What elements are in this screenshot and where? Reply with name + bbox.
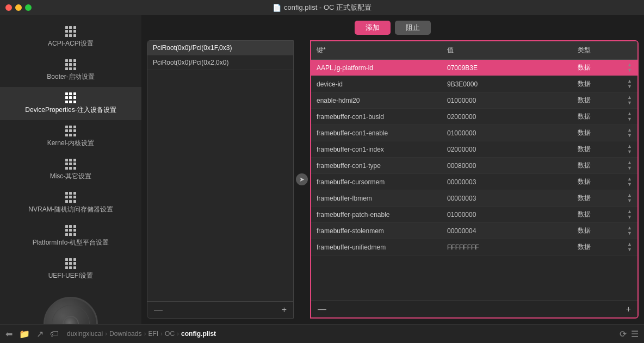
block-button[interactable]: 阻止 [395,21,431,35]
stepper-up[interactable]: ▲ [627,144,632,149]
value-stepper[interactable]: ▲▼ [627,144,632,154]
value-stepper[interactable]: ▲▼ [627,242,632,252]
breadcrumb-item[interactable]: duxingxiucai [67,330,103,338]
value-stepper[interactable]: ▲▼ [627,193,632,203]
stepper-down[interactable]: ▼ [627,198,632,203]
sidebar-item-label: ACPI-ACPI设置 [48,39,94,48]
stepper-up[interactable]: ▲ [627,209,632,214]
td-value: 00000003 [442,192,572,205]
stepper-down[interactable]: ▼ [627,149,632,154]
toolbar: 添加 阻止 [147,21,639,35]
stepper-up[interactable]: ▲ [627,193,632,198]
type-label: 数据 [578,145,591,154]
stepper-down[interactable]: ▼ [627,231,632,236]
td-key: device-id [311,78,442,91]
value-stepper[interactable]: ▲▼ [627,226,632,236]
table-body: AAPL,ig-platform-id07009B3E数据▲▼device-id… [311,60,637,301]
stepper-down[interactable]: ▼ [627,215,632,220]
table-row[interactable]: framebuffer-con1-type00080000数据▲▼ [311,158,637,174]
stepper-down[interactable]: ▼ [627,166,632,171]
sidebar-item-misc[interactable]: Misc-其它设置 [0,153,141,186]
table-row[interactable]: framebuffer-fbmem00000003数据▲▼ [311,190,637,207]
td-value: 01000000 [442,127,572,140]
arrow-container: ➤ [294,40,310,319]
list-icon[interactable]: ☰ [631,329,639,339]
stepper-down[interactable]: ▼ [627,84,632,89]
sidebar-item-deviceproperties[interactable]: DeviceProperties-注入设备设置 [0,87,141,120]
table-row[interactable]: device-id9B3E0000数据▲▼ [311,76,637,92]
maximize-button[interactable] [25,4,32,11]
breadcrumb-item[interactable]: EFI [148,330,158,338]
close-button[interactable] [5,4,12,11]
value-stepper[interactable]: ▲▼ [627,160,632,171]
td-type: 数据▲▼ [572,125,637,141]
stepper-up[interactable]: ▲ [627,160,632,165]
left-plus-button[interactable]: + [280,304,289,316]
value-stepper[interactable]: ▲▼ [627,177,632,187]
td-key: framebuffer-con1-type [311,159,442,172]
value-stepper[interactable]: ▲▼ [627,111,632,122]
grid-icon [65,192,76,203]
td-type: 数据▲▼ [572,109,637,124]
stepper-up[interactable]: ▲ [627,111,632,116]
left-panel-footer: — + [147,301,293,318]
tag-icon[interactable]: 🏷 [50,329,59,339]
sidebar-item-platforminfo[interactable]: PlatformInfo-机型平台设置 [0,220,141,253]
refresh-icon[interactable]: ⟳ [620,329,627,339]
value-stepper[interactable]: ▲▼ [627,95,632,105]
stepper-up[interactable]: ▲ [627,128,632,133]
grid-icon [65,225,76,236]
add-button[interactable]: 添加 [355,21,391,35]
table-row[interactable]: AAPL,ig-platform-id07009B3E数据▲▼ [311,60,637,76]
table-row[interactable]: framebuffer-stolenmem00000004数据▲▼ [311,223,637,239]
stepper-up[interactable]: ▲ [627,79,632,84]
breadcrumb-item[interactable]: config.plist [181,330,216,338]
td-value: 9B3E0000 [442,78,572,91]
td-key: framebuffer-patch-enable [311,208,442,221]
navigate-arrow-button[interactable]: ➤ [296,173,308,185]
sidebar-item-booter[interactable]: Booter-启动设置 [0,54,141,87]
td-type: 数据▲▼ [572,239,637,255]
table-row[interactable]: framebuffer-unifiedmemFFFFFFFF数据▲▼ [311,239,637,255]
list-item[interactable]: PciRoot(0x0)/Pci(0x2,0x0) [147,55,293,70]
table-row[interactable]: framebuffer-cursormem00000003数据▲▼ [311,174,637,190]
table-row[interactable]: framebuffer-con1-index02000000数据▲▼ [311,141,637,158]
left-minus-button[interactable]: — [152,304,165,316]
stepper-up[interactable]: ▲ [627,226,632,230]
sidebar-item-acpi[interactable]: ACPI-ACPI设置 [0,21,141,54]
right-plus-button[interactable]: + [624,303,633,315]
header-type: 类型 [572,43,637,57]
back-icon[interactable]: ⬅ [5,329,13,339]
stepper-down[interactable]: ▼ [627,68,632,73]
table-row[interactable]: framebuffer-con1-busid02000000数据▲▼ [311,109,637,125]
value-stepper[interactable]: ▲▼ [627,79,632,89]
stepper-down[interactable]: ▼ [627,247,632,252]
stepper-down[interactable]: ▼ [627,182,632,187]
value-stepper[interactable]: ▲▼ [627,209,632,220]
sidebar-item-kernel[interactable]: Kernel-内核设置 [0,120,141,153]
table-row[interactable]: enable-hdmi2001000000数据▲▼ [311,92,637,109]
stepper-up[interactable]: ▲ [627,177,632,182]
value-stepper[interactable]: ▲▼ [627,128,632,138]
stepper-down[interactable]: ▼ [627,117,632,122]
table-row[interactable]: framebuffer-con1-enable01000000数据▲▼ [311,125,637,141]
share-icon[interactable]: ↗ [36,329,44,339]
right-minus-button[interactable]: — [315,303,329,315]
stepper-up[interactable]: ▲ [627,242,632,247]
statusbar-right-icons: ⟳ ☰ [620,329,639,339]
table-row[interactable]: framebuffer-patch-enable01000000数据▲▼ [311,207,637,223]
stepper-up[interactable]: ▲ [627,95,632,100]
breadcrumb-item[interactable]: Downloads [109,330,141,338]
stepper-down[interactable]: ▼ [627,133,632,138]
list-item[interactable]: PciRoot(0x0)/Pci(0x1F,0x3) [147,41,293,55]
sidebar-item-label: Kernel-内核设置 [47,139,95,148]
grid-icon [65,258,76,269]
folder-icon[interactable]: 📁 [19,329,30,339]
stepper-down[interactable]: ▼ [627,101,632,105]
breadcrumb-item[interactable]: OC [165,330,175,338]
minimize-button[interactable] [15,4,22,11]
sidebar-item-uefi[interactable]: UEFI-UEFI设置 [0,253,141,286]
value-stepper[interactable]: ▲▼ [627,63,632,73]
stepper-up[interactable]: ▲ [627,63,632,67]
sidebar-item-nvram[interactable]: NVRAM-随机访问存储器设置 [0,186,141,220]
